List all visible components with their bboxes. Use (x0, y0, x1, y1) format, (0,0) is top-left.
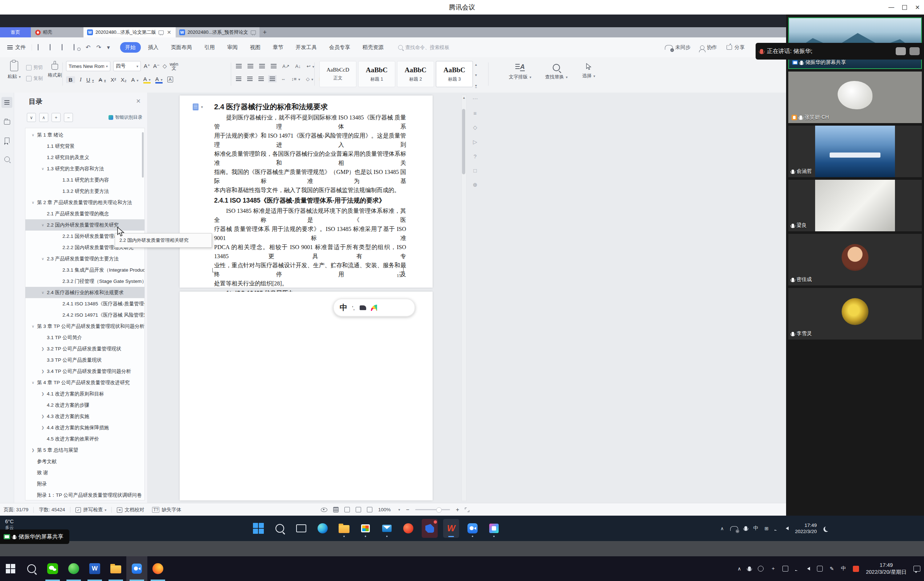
focus-assist-icon[interactable] (825, 526, 830, 531)
eye-protect-icon[interactable] (321, 508, 327, 512)
close-button[interactable]: ✕ (911, 0, 924, 15)
notification-center-icon[interactable] (914, 566, 921, 571)
ribbon-tab-开始[interactable]: 开始 (120, 42, 141, 53)
toc-expand-icon[interactable]: ❯ (29, 444, 37, 456)
more-down-icon[interactable]: ▾ (107, 44, 110, 50)
decrease-indent-icon[interactable] (259, 64, 265, 68)
add-tool-icon[interactable]: ⊕ (473, 182, 478, 188)
font-name-select[interactable]: Times New Roman▾ (66, 61, 111, 71)
toc-expand-icon[interactable]: ∨ (29, 197, 37, 208)
align-right-icon[interactable] (258, 77, 264, 81)
tray-wifi-icon[interactable] (795, 567, 800, 571)
phonetic-guide-button[interactable]: wén文 (170, 62, 178, 70)
zoom-in-outline-button[interactable]: + (51, 113, 61, 122)
text-direction-icon[interactable]: A↗ (282, 63, 290, 69)
wps-taskbar-icon[interactable]: W (443, 519, 459, 538)
page-view-icon[interactable] (333, 507, 338, 512)
close-tab-icon[interactable]: ✕ (166, 30, 172, 35)
document-page-1[interactable]: ▾ 2.4 医疗器械行业的标准和法规要求提到医疗器械行业，就不得不提到国际标准 … (180, 96, 432, 288)
align-left-icon[interactable] (236, 77, 241, 81)
increase-font-button[interactable]: A⁺ (144, 63, 150, 70)
search-taskbar-icon[interactable] (21, 556, 42, 581)
more-tools-icon[interactable]: ⋯ (472, 96, 478, 102)
tray-wps-icon[interactable] (853, 566, 859, 572)
mail-taskbar-icon[interactable] (379, 519, 395, 538)
toc-item[interactable]: 2.3.1 集成产品开发（Integrate Product Developme… (25, 264, 144, 276)
file-menu-button[interactable]: 文件 (0, 44, 31, 51)
tray-record-icon[interactable] (758, 566, 764, 571)
zoom-slider[interactable] (415, 509, 450, 510)
document-scrollbar[interactable]: ▲ (461, 95, 467, 501)
tray-ime-indicator[interactable]: 中 (841, 565, 846, 572)
increase-indent-icon[interactable] (271, 64, 277, 68)
edge-taskbar-icon[interactable] (315, 519, 331, 538)
bookmark-pane-button[interactable] (2, 135, 12, 146)
tray-plus-icon[interactable]: ＋ (771, 565, 776, 572)
toc-scrollbar[interactable] (142, 132, 144, 177)
read-view-icon[interactable] (367, 507, 372, 512)
toc-item[interactable]: 附录 (25, 478, 144, 490)
style-card[interactable]: AaBbC标题 3 (436, 61, 473, 87)
toc-item[interactable]: 致 谢 (25, 467, 144, 478)
character-border-button[interactable]: A (167, 77, 173, 83)
toc-item[interactable]: ∨2.3 产品研发质量管理的主要方法 (25, 253, 144, 264)
print-preview-icon[interactable] (74, 44, 80, 50)
zoom-out-outline-button[interactable]: − (64, 113, 73, 122)
toc-expand-icon[interactable]: ∨ (29, 129, 37, 141)
toc-expand-icon[interactable]: ∨ (39, 219, 47, 230)
underline-button[interactable]: U▾ (86, 77, 94, 83)
toc-item[interactable]: 2.3.2 门径管理（Stage Gate System） (25, 276, 144, 287)
ribbon-tab-稻壳资源[interactable]: 稻壳资源 (358, 42, 389, 53)
toc-expand-icon[interactable]: ∨ (39, 287, 47, 298)
taskbar-weather-widget[interactable]: 6°C 多云 (5, 518, 14, 531)
ribbon-tab-审阅[interactable]: 审阅 (222, 42, 243, 53)
text-layout-button[interactable]: A 文字排版▾ (505, 63, 536, 80)
edit-icon[interactable]: ◇ (473, 124, 477, 131)
spell-check-button[interactable]: ✓拼写检查▾ (76, 507, 106, 513)
style-card[interactable]: AaBbC标题 2 (397, 61, 434, 87)
font-size-select[interactable]: 四号▾ (113, 61, 141, 71)
toc-item[interactable]: ∨1.3 研究的主要内容和方法 (25, 163, 144, 174)
distribute-icon[interactable]: ⇔ (281, 76, 285, 82)
tray-mic-icon[interactable] (744, 526, 747, 531)
zoom-level[interactable]: 100% (378, 507, 391, 512)
toc-item[interactable]: 4.5 改进方案的效果评价 (25, 433, 144, 444)
ime-skin-icon[interactable] (360, 305, 366, 310)
tray-ime-indicator[interactable]: 中 (753, 525, 759, 531)
store-taskbar-icon[interactable] (358, 519, 373, 538)
toc-item[interactable]: 3.1 TP 公司简介 (25, 332, 144, 343)
ribbon-tab-章节[interactable]: 章节 (268, 42, 289, 53)
collapse-all-button[interactable]: ∧ (39, 113, 48, 122)
help-icon[interactable]: ? (474, 153, 477, 159)
zoom-out-button[interactable]: − (406, 507, 409, 513)
italic-button[interactable]: I (80, 77, 82, 83)
toc-item[interactable]: 2.1 产品研发质量管理的概念 (25, 208, 144, 219)
undo-icon[interactable]: ↶ (86, 44, 91, 50)
scroll-up-icon[interactable]: ▲ (462, 96, 465, 99)
tray-touchkeyboard-icon[interactable]: ⊞ (765, 526, 769, 531)
expand-all-button[interactable]: ∨ (27, 113, 36, 122)
tray-cloud-icon[interactable] (730, 526, 738, 531)
toc-expand-icon[interactable]: ❯ (39, 411, 47, 422)
start-taskbar-icon[interactable] (251, 519, 266, 538)
wechat-taskbar-icon[interactable] (42, 556, 63, 581)
tray-keyboard-icon[interactable] (817, 566, 823, 571)
bold-button[interactable]: B (66, 76, 75, 83)
save-icon[interactable] (50, 44, 56, 50)
shading-icon[interactable]: ◇▾ (306, 76, 313, 82)
superscript-button[interactable]: X² (111, 77, 116, 83)
ime-mode-indicator[interactable]: 中 (340, 303, 347, 313)
toc-item[interactable]: ∨2.2 国内外研发质量管理相关研究 (25, 219, 144, 230)
toc-item[interactable]: ❯4.4 改进方案的实施保障措施 (25, 422, 144, 433)
participant-tile[interactable]: 俞涵哲 (788, 126, 922, 177)
new-doc-icon[interactable] (38, 44, 44, 50)
tray-display-icon[interactable] (782, 566, 788, 571)
font-color-button[interactable]: A▾ (155, 76, 163, 83)
meeting-taskbar-icon[interactable] (126, 556, 147, 581)
toc-item[interactable]: 4.2 改进方案的步骤 (25, 399, 144, 411)
tray-chevron-icon[interactable]: ∧ (720, 526, 724, 531)
new-tab-button[interactable]: + (259, 27, 271, 37)
tab-docer[interactable]: 稻壳 (31, 27, 84, 37)
doc-proof-button[interactable]: ✕文档校对 (117, 507, 144, 513)
participant-tile[interactable]: 张笑妍-CH (788, 71, 922, 123)
